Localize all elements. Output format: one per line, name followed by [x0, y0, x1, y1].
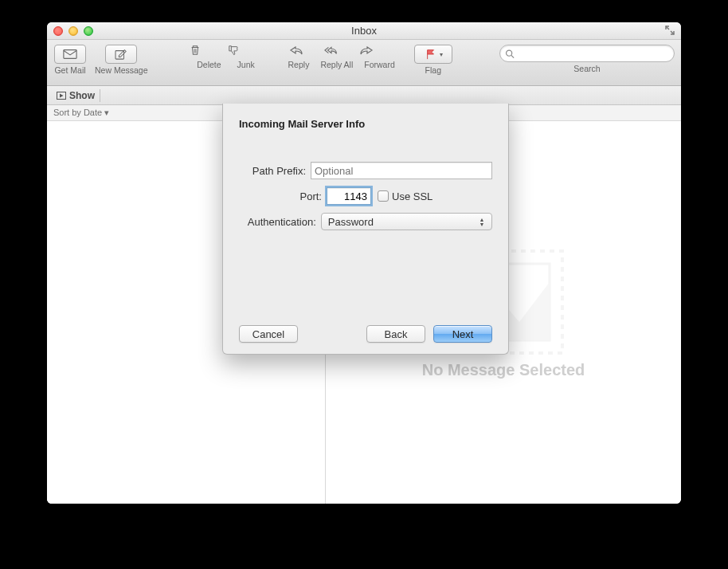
search-field[interactable] [499, 45, 675, 62]
play-icon [57, 92, 66, 100]
use-ssl-checkbox-wrap[interactable]: Use SSL [378, 190, 432, 202]
use-ssl-checkbox[interactable] [378, 190, 389, 202]
search-wrap: Search [499, 45, 675, 73]
flag-button[interactable]: ▾ Flag [414, 45, 452, 75]
delete-button[interactable] [188, 45, 226, 58]
port-label: Port: [239, 190, 327, 202]
server-info-sheet: Incoming Mail Server Info Path Prefix: P… [222, 104, 509, 355]
authentication-value: Password [328, 216, 374, 228]
delete-junk-group [188, 45, 264, 58]
junk-button[interactable] [226, 45, 264, 58]
flag-icon [424, 49, 438, 60]
chevron-updown-icon: ▲▼ [477, 218, 487, 226]
authentication-select[interactable]: Password ▲▼ [321, 213, 492, 230]
sort-label: Sort by Date ▾ [53, 108, 109, 118]
filter-bar: Show [47, 86, 681, 105]
compose-icon [114, 49, 128, 60]
toolbar: Get Mail New Message Delete Junk [47, 40, 681, 86]
svg-point-2 [507, 50, 512, 56]
trash-icon [188, 45, 202, 56]
close-icon[interactable] [53, 26, 63, 36]
minimize-icon[interactable] [68, 26, 78, 36]
reply-all-button[interactable] [324, 45, 359, 58]
reply-group [289, 45, 394, 58]
zoom-icon[interactable] [84, 26, 93, 36]
forward-button[interactable] [359, 45, 394, 58]
reply-icon [289, 45, 303, 56]
search-input[interactable] [518, 48, 669, 59]
authentication-label: Authentication: [239, 216, 321, 228]
reply-all-icon [324, 45, 339, 56]
new-message-button[interactable]: New Message [95, 45, 148, 75]
reply-button[interactable] [289, 45, 324, 58]
traffic-lights [47, 26, 93, 36]
no-message-text: No Message Selected [422, 361, 585, 379]
port-input[interactable] [327, 187, 371, 205]
path-prefix-input[interactable] [311, 162, 492, 179]
sheet-title: Incoming Mail Server Info [239, 118, 492, 130]
forward-icon [359, 45, 374, 56]
cancel-button[interactable]: Cancel [239, 325, 298, 343]
window-title: Inbox [47, 25, 681, 37]
svg-rect-0 [64, 50, 76, 59]
titlebar: Inbox [47, 22, 681, 40]
use-ssl-label: Use SSL [392, 190, 432, 202]
thumbs-down-icon [226, 45, 241, 56]
get-mail-button[interactable]: Get Mail [53, 45, 87, 75]
back-button[interactable]: Back [366, 325, 425, 343]
show-button[interactable]: Show [52, 89, 100, 102]
search-icon [505, 49, 515, 59]
sheet-buttons: Cancel Back Next [239, 325, 492, 343]
path-prefix-label: Path Prefix: [239, 165, 311, 177]
envelope-icon [63, 49, 77, 60]
mail-window: Inbox Get Mail New Message [47, 22, 681, 504]
next-button[interactable]: Next [433, 325, 492, 343]
fullscreen-icon[interactable] [665, 26, 675, 35]
